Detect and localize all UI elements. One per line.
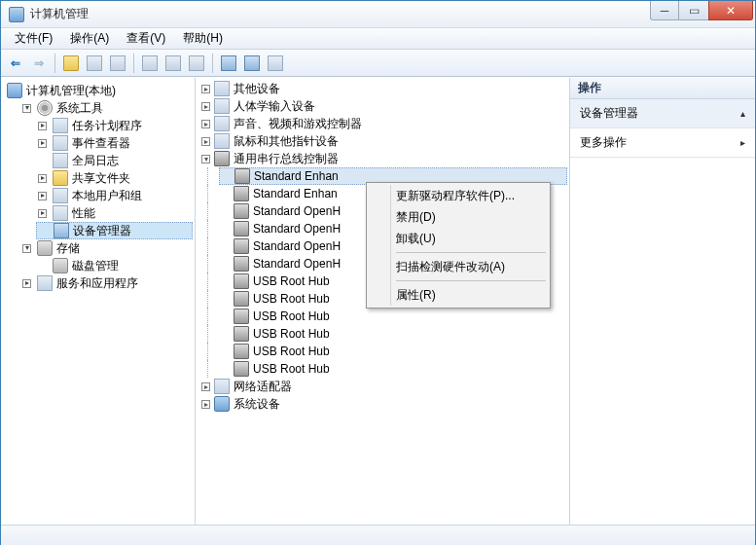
devcat-hid[interactable]: ▸人体学输入设备 <box>199 97 567 115</box>
tree-global-log[interactable]: 全局日志 <box>36 152 193 169</box>
cm-properties[interactable]: 属性(R) <box>369 284 548 306</box>
devcat-mouse[interactable]: ▸鼠标和其他指针设备 <box>199 132 567 150</box>
usb-device-label: Standard OpenH <box>253 204 341 218</box>
expand-icon[interactable]: ▸ <box>38 209 47 218</box>
cm-update-driver[interactable]: 更新驱动程序软件(P)... <box>369 185 548 206</box>
cm-scan-hardware[interactable]: 扫描检测硬件改动(A) <box>369 256 548 277</box>
cm-disable[interactable]: 禁用(D) <box>369 206 548 228</box>
dev-label: 人体学输入设备 <box>234 98 315 115</box>
collapse-icon[interactable]: ▾ <box>201 155 210 164</box>
devcat-system[interactable]: ▸系统设备 <box>199 395 567 413</box>
scan-icon <box>221 55 236 71</box>
system-devices-icon <box>214 396 230 412</box>
expand-icon[interactable]: ▸ <box>201 120 210 128</box>
storage-icon <box>37 240 53 256</box>
tree-event-viewer[interactable]: ▸事件查看器 <box>36 134 193 152</box>
device-manager-pane: ▸其他设备 ▸人体学输入设备 ▸声音、视频和游戏控制器 ▸鼠标和其他指针设备 ▾… <box>196 78 570 525</box>
body-area: 计算机管理(本地) ▾ 系统工具 ▸任务计划程序 ▸事件查看器 <box>1 77 755 525</box>
usb-icon <box>234 186 249 201</box>
layout-icon <box>189 55 204 71</box>
collapse-arrow-icon[interactable]: ▴ <box>740 108 745 119</box>
dev-label: 其他设备 <box>234 81 280 97</box>
expand-icon[interactable]: ▸ <box>38 192 47 200</box>
collapse-icon[interactable]: ▾ <box>22 244 31 253</box>
tree-label: 计算机管理(本地) <box>26 83 116 99</box>
tree-label: 设备管理器 <box>73 223 131 239</box>
actions-header: 操作 <box>570 78 755 99</box>
devcat-usb-controllers[interactable]: ▾通用串行总线控制器 <box>199 150 567 167</box>
toolbar-btn-6[interactable] <box>218 53 239 74</box>
sound-icon <box>214 116 230 131</box>
close-button[interactable]: ✕ <box>708 1 753 20</box>
toolbar-btn-1[interactable] <box>60 53 82 74</box>
left-tree-pane[interactable]: 计算机管理(本地) ▾ 系统工具 ▸任务计划程序 ▸事件查看器 <box>1 78 196 525</box>
usb-device-label: Standard OpenH <box>253 222 341 236</box>
titlebar[interactable]: 计算机管理 ─ ▭ ✕ <box>1 1 755 28</box>
usb-device-item[interactable]: USB Root Hub <box>219 343 567 360</box>
expand-icon[interactable]: ▸ <box>201 85 210 93</box>
expand-icon[interactable]: ▸ <box>201 382 210 391</box>
usb-device-item[interactable]: USB Root Hub <box>219 360 567 378</box>
tree-shared-folders[interactable]: ▸共享文件夹 <box>36 169 193 187</box>
tree-local-users[interactable]: ▸本地用户和组 <box>36 187 193 204</box>
expand-icon[interactable]: ▸ <box>201 400 210 409</box>
usb-icon <box>234 326 249 342</box>
expand-icon[interactable]: ▸ <box>38 122 47 130</box>
properties-icon <box>165 55 181 71</box>
usb-device-item[interactable]: USB Root Hub <box>219 325 567 343</box>
toolbar-btn-2[interactable] <box>84 53 105 74</box>
window-controls: ─ ▭ ✕ <box>650 1 753 22</box>
tree-label: 系统工具 <box>56 100 103 117</box>
expand-icon[interactable]: ▸ <box>22 279 31 288</box>
network-icon <box>214 379 230 394</box>
other-devices-icon <box>214 81 230 96</box>
devcat-network[interactable]: ▸网络适配器 <box>199 378 567 395</box>
usb-device-label: USB Root Hub <box>253 292 330 306</box>
devcat-sound[interactable]: ▸声音、视频和游戏控制器 <box>199 115 567 132</box>
minimize-button[interactable]: ─ <box>650 1 679 20</box>
expand-icon[interactable]: ▸ <box>38 174 47 183</box>
devcat-other[interactable]: ▸其他设备 <box>199 80 567 97</box>
collapse-icon[interactable]: ▾ <box>22 104 31 113</box>
expand-icon[interactable]: ▸ <box>201 102 210 111</box>
usb-device-label: USB Root Hub <box>253 345 330 358</box>
toolbar-btn-3[interactable] <box>107 53 128 74</box>
usb-controller-icon <box>214 151 230 166</box>
actions-more-label: 更多操作 <box>580 134 627 151</box>
dev-label: 网络适配器 <box>234 379 292 395</box>
actions-section-label: 设备管理器 <box>580 105 638 122</box>
tree-services-applications[interactable]: ▸ 服务和应用程序 <box>20 274 193 292</box>
toolbar-btn-5[interactable] <box>186 53 207 74</box>
log-icon <box>53 153 68 168</box>
toolbar-separator <box>54 54 55 73</box>
actions-more[interactable]: 更多操作 ▸ <box>570 128 755 158</box>
menu-file[interactable]: 文件(F) <box>7 28 60 49</box>
menubar: 文件(F) 操作(A) 查看(V) 帮助(H) <box>1 28 755 50</box>
toolbar-btn-8[interactable] <box>265 53 286 74</box>
toolbar-btn-help[interactable] <box>139 53 161 74</box>
nav-back-icon[interactable]: ⇐ <box>5 53 26 74</box>
expand-icon[interactable]: ▸ <box>201 137 210 146</box>
expand-icon[interactable]: ▸ <box>38 139 47 148</box>
menu-help[interactable]: 帮助(H) <box>175 28 231 49</box>
tree-performance[interactable]: ▸性能 <box>36 204 193 222</box>
toolbar-btn-7[interactable] <box>241 53 263 74</box>
usb-device-item[interactable]: USB Root Hub <box>219 308 567 325</box>
tree-device-manager[interactable]: 设备管理器 <box>36 222 193 239</box>
cm-uninstall[interactable]: 卸载(U) <box>369 228 548 249</box>
menu-view[interactable]: 查看(V) <box>119 28 173 49</box>
toolbar-btn-4[interactable] <box>162 53 184 74</box>
actions-section-title[interactable]: 设备管理器 ▴ <box>570 99 755 128</box>
tree-disk-management[interactable]: 磁盘管理 <box>36 257 193 274</box>
tree-task-scheduler[interactable]: ▸任务计划程序 <box>36 117 193 134</box>
usb-icon <box>234 221 249 236</box>
submenu-arrow-icon: ▸ <box>740 137 745 148</box>
nav-forward-icon[interactable]: ⇒ <box>28 53 50 74</box>
maximize-button[interactable]: ▭ <box>679 1 708 20</box>
list-icon <box>110 55 126 71</box>
menu-action[interactable]: 操作(A) <box>62 28 117 49</box>
usb-icon <box>234 309 249 324</box>
tree-system-tools[interactable]: ▾ 系统工具 <box>20 99 193 117</box>
tree-root[interactable]: 计算机管理(本地) <box>5 82 193 99</box>
tree-storage[interactable]: ▾ 存储 <box>20 239 193 257</box>
